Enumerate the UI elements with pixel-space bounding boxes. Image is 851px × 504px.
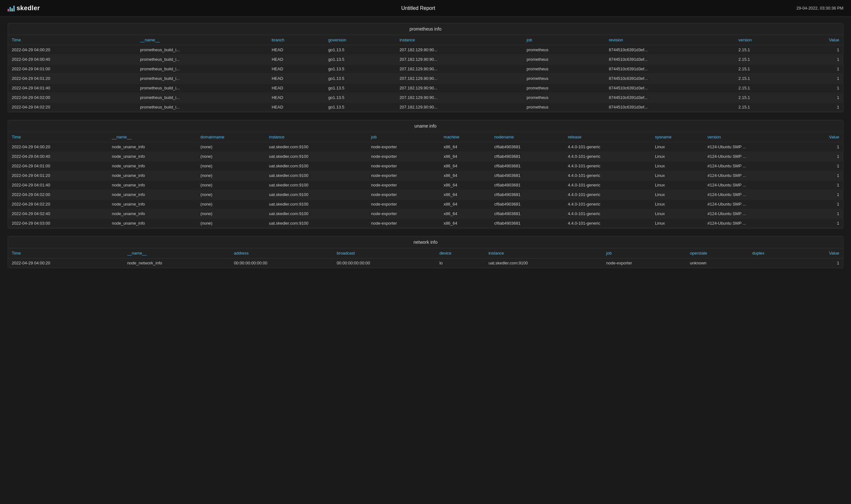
table-cell: 4.4.0-101-generic bbox=[564, 180, 651, 190]
table-row: 2022-04-29 04:00:20prometheus_build_i...… bbox=[8, 45, 843, 55]
col-header-release: release bbox=[564, 132, 651, 142]
table-cell: 4.4.0-101-generic bbox=[564, 209, 651, 219]
table-uname-info: Time__name__domainnameinstancejobmachine… bbox=[8, 132, 843, 228]
col-header---name--: __name__ bbox=[108, 132, 196, 142]
col-header-instance: instance bbox=[485, 248, 602, 258]
col-header-broadcast: broadcast bbox=[333, 248, 436, 258]
table-cell: #124-Ubuntu SMP ... bbox=[704, 180, 804, 190]
table-cell: Linux bbox=[651, 190, 704, 199]
col-header-instance: instance bbox=[396, 35, 523, 45]
table-cell: 207.182.129.90:90... bbox=[396, 93, 523, 103]
table-row: 2022-04-29 04:01:40prometheus_build_i...… bbox=[8, 83, 843, 93]
col-header-job: job bbox=[602, 248, 686, 258]
table-cell: #124-Ubuntu SMP ... bbox=[704, 152, 804, 161]
table-cell: (none) bbox=[197, 180, 265, 190]
table-cell: node_uname_info bbox=[108, 209, 196, 219]
table-cell: Linux bbox=[651, 142, 704, 152]
table-cell: 8744510c6391d3ef... bbox=[605, 83, 735, 93]
col-header---name--: __name__ bbox=[124, 248, 230, 258]
table-row: 2022-04-29 04:00:40node_uname_info(none)… bbox=[8, 152, 843, 161]
col-header-branch: branch bbox=[268, 35, 325, 45]
table-cell: cf6ab4903681 bbox=[490, 152, 564, 161]
table-cell: node-exporter bbox=[367, 152, 440, 161]
table-cell: #124-Ubuntu SMP ... bbox=[704, 219, 804, 228]
section-network-info: network infoTime__name__addressbroadcast… bbox=[7, 236, 844, 268]
table-cell: go1.13.5 bbox=[324, 45, 396, 55]
table-cell: 1 bbox=[804, 161, 843, 171]
col-header-version: version bbox=[704, 132, 804, 142]
table-cell: HEAD bbox=[268, 74, 325, 83]
table-cell: Linux bbox=[651, 152, 704, 161]
table-cell: #124-Ubuntu SMP ... bbox=[704, 142, 804, 152]
table-cell: (none) bbox=[197, 219, 265, 228]
table-cell: prometheus bbox=[523, 93, 605, 103]
col-header-revision: revision bbox=[605, 35, 735, 45]
table-cell: Linux bbox=[651, 180, 704, 190]
table-cell: 8744510c6391d3ef... bbox=[605, 74, 735, 83]
table-cell: 1 bbox=[793, 45, 843, 55]
logo-bar-3 bbox=[12, 8, 13, 12]
table-cell: uat.skedler.com:9100 bbox=[265, 171, 367, 180]
table-cell: prometheus_build_i... bbox=[136, 64, 268, 74]
table-cell: cf6ab4903681 bbox=[490, 180, 564, 190]
table-cell: node_uname_info bbox=[108, 180, 196, 190]
col-header-Time: Time bbox=[8, 35, 136, 45]
col-header-Value: Value bbox=[798, 248, 843, 258]
table-row: 2022-04-29 04:00:40prometheus_build_i...… bbox=[8, 55, 843, 64]
table-network-info: Time__name__addressbroadcastdeviceinstan… bbox=[8, 248, 843, 268]
table-row: 2022-04-29 04:00:20node_uname_info(none)… bbox=[8, 142, 843, 152]
table-cell: 2.15.1 bbox=[735, 103, 793, 112]
table-cell: x86_64 bbox=[440, 161, 490, 171]
table-cell: 2022-04-29 04:03:00 bbox=[8, 219, 108, 228]
table-cell: HEAD bbox=[268, 93, 325, 103]
table-cell: #124-Ubuntu SMP ... bbox=[704, 190, 804, 199]
table-cell: cf6ab4903681 bbox=[490, 161, 564, 171]
table-cell: 1 bbox=[804, 180, 843, 190]
table-cell: x86_64 bbox=[440, 152, 490, 161]
table-cell: 00:00:00:00:00:00 bbox=[333, 258, 436, 268]
col-header-Time: Time bbox=[8, 132, 108, 142]
table-cell: 2.15.1 bbox=[735, 55, 793, 64]
col-header-Value: Value bbox=[793, 35, 843, 45]
table-cell: cf6ab4903681 bbox=[490, 209, 564, 219]
table-cell: 1 bbox=[804, 152, 843, 161]
table-cell: 2022-04-29 04:02:20 bbox=[8, 103, 136, 112]
logo: skedler bbox=[7, 4, 40, 12]
table-cell: uat.skedler.com:9100 bbox=[265, 180, 367, 190]
table-cell: x86_64 bbox=[440, 171, 490, 180]
table-cell: node-exporter bbox=[602, 258, 686, 268]
col-header-job: job bbox=[523, 35, 605, 45]
table-row: 2022-04-29 04:02:00node_uname_info(none)… bbox=[8, 190, 843, 199]
table-row: 2022-04-29 04:00:20node_network_info00:0… bbox=[8, 258, 843, 268]
table-cell: 00:00:00:00:00:00 bbox=[230, 258, 333, 268]
table-cell: node-exporter bbox=[367, 171, 440, 180]
table-cell: cf6ab4903681 bbox=[490, 142, 564, 152]
table-cell: go1.13.5 bbox=[324, 55, 396, 64]
table-cell: cf6ab4903681 bbox=[490, 219, 564, 228]
table-row: 2022-04-29 04:01:00prometheus_build_i...… bbox=[8, 64, 843, 74]
table-cell: prometheus_build_i... bbox=[136, 55, 268, 64]
table-cell: node_uname_info bbox=[108, 190, 196, 199]
col-header-duplex: duplex bbox=[748, 248, 798, 258]
table-cell: HEAD bbox=[268, 55, 325, 64]
table-cell: 4.4.0-101-generic bbox=[564, 171, 651, 180]
table-cell: 207.182.129.90:90... bbox=[396, 74, 523, 83]
table-cell: (none) bbox=[197, 190, 265, 199]
table-cell: Linux bbox=[651, 219, 704, 228]
table-cell: unknown bbox=[686, 258, 748, 268]
table-prometheus-info: Time__name__branchgoversioninstancejobre… bbox=[8, 35, 843, 112]
report-title: Untitled Report bbox=[401, 5, 435, 11]
table-cell: 1 bbox=[793, 64, 843, 74]
table-cell: 1 bbox=[793, 93, 843, 103]
table-cell: x86_64 bbox=[440, 199, 490, 209]
table-cell: node_uname_info bbox=[108, 199, 196, 209]
table-cell: 4.4.0-101-generic bbox=[564, 219, 651, 228]
section-title-prometheus-info: prometheus info bbox=[8, 23, 843, 35]
table-cell: (none) bbox=[197, 199, 265, 209]
table-cell: 207.182.129.90:90... bbox=[396, 103, 523, 112]
table-cell: prometheus bbox=[523, 74, 605, 83]
table-row: 2022-04-29 04:02:20node_uname_info(none)… bbox=[8, 199, 843, 209]
col-header-operstate: operstate bbox=[686, 248, 748, 258]
table-cell: node-exporter bbox=[367, 209, 440, 219]
table-cell: cf6ab4903681 bbox=[490, 199, 564, 209]
